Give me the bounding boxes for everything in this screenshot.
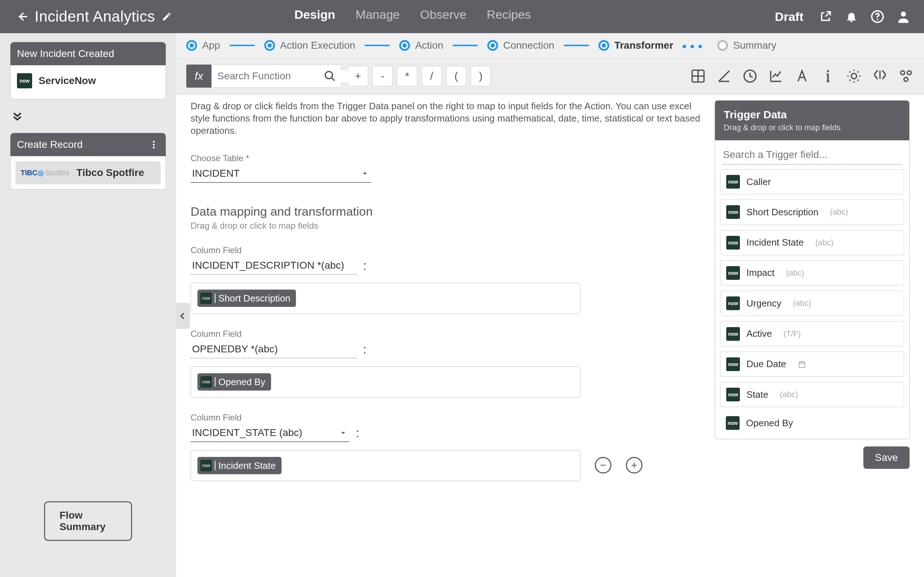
svg-point-9 [827, 70, 829, 72]
action-card[interactable]: Create Record TIBC◎Spotfire Tibco Spotfi… [10, 133, 166, 190]
edit-title-icon[interactable] [162, 11, 172, 22]
fx-chart-icon[interactable] [768, 68, 784, 84]
action-card-title: Create Record [17, 139, 82, 150]
fx-brain-icon[interactable] [872, 68, 888, 84]
op-mult[interactable]: * [397, 66, 417, 86]
trigger-field-list: nowCallernowShort Description(abc)nowInc… [715, 169, 909, 439]
back-arrow-icon[interactable] [15, 9, 30, 24]
help-icon[interactable] [870, 9, 885, 24]
svg-point-5 [153, 147, 155, 148]
svg-rect-14 [799, 362, 805, 367]
top-bar: Incident Analytics Design Manage Observe… [0, 0, 924, 33]
action-app-name: Tibco Spotfire [76, 167, 144, 179]
tab-observe[interactable]: Observe [420, 8, 467, 26]
step-conn-dot[interactable] [487, 40, 498, 51]
choose-table-select[interactable]: INCIDENT [191, 166, 371, 183]
chevron-down-icon [360, 169, 370, 178]
step-app-dot[interactable] [186, 40, 197, 51]
trigger-panel-title: Trigger Data [724, 108, 901, 121]
op-div[interactable]: / [422, 66, 442, 86]
trigger-field-name: Active [746, 328, 772, 339]
trigger-field-type: (abc) [815, 238, 834, 247]
flow-state: Draft [775, 10, 803, 24]
user-avatar-icon[interactable] [896, 9, 911, 24]
operator-buttons: + - * / ( ) [348, 66, 491, 86]
trigger-field-name: Urgency [746, 298, 782, 309]
op-rparen[interactable]: ) [471, 66, 491, 86]
step-action[interactable]: Action [415, 40, 443, 51]
svg-point-2 [901, 11, 906, 16]
mapping-target-0[interactable]: nowShort Description [191, 283, 580, 314]
trigger-field-name: Due Date [746, 358, 786, 370]
servicenow-logo-icon: now [17, 73, 32, 89]
svg-point-12 [908, 71, 911, 75]
add-mapping-button[interactable]: + [626, 457, 643, 474]
save-button[interactable]: Save [863, 446, 909, 469]
fx-text-icon[interactable] [794, 68, 810, 84]
fx-info-icon[interactable] [820, 68, 836, 84]
tibco-logo-icon: TIBC◎Spotfire [21, 168, 70, 177]
column-field-label: Column Field [191, 245, 700, 255]
fx-math-icon[interactable] [690, 68, 706, 84]
mapping-section-title: Data mapping and transformation [191, 205, 700, 219]
fx-gear-icon[interactable] [898, 68, 914, 84]
trigger-field-item[interactable]: nowShort Description(abc) [720, 200, 904, 225]
trigger-field-item[interactable]: nowCaller [720, 169, 904, 194]
fx-icon: fx [186, 64, 212, 88]
step-exec[interactable]: Action Execution [280, 40, 355, 51]
trigger-field-item[interactable]: nowOpened By [720, 412, 904, 434]
trigger-field-name: Opened By [746, 417, 793, 429]
fx-idea-icon[interactable] [846, 68, 862, 84]
op-minus[interactable]: - [373, 66, 393, 86]
servicenow-logo-icon: now [726, 205, 740, 219]
column-field-select-0[interactable]: INCIDENT_DESCRIPTION *(abc) [191, 258, 357, 275]
mapping-target-1[interactable]: nowOpened By [191, 366, 580, 397]
mapped-chip-0[interactable]: nowShort Description [197, 290, 296, 307]
step-app[interactable]: App [202, 40, 220, 51]
trigger-field-item[interactable]: nowState(abc) [720, 382, 904, 407]
trigger-field-type: (abc) [786, 268, 804, 278]
trigger-field-item[interactable]: nowUrgency(abc) [720, 291, 904, 316]
mapped-chip-2[interactable]: nowIncident State [197, 457, 281, 474]
action-app-row[interactable]: TIBC◎Spotfire Tibco Spotfire [16, 161, 161, 184]
fx-angle-icon[interactable] [716, 68, 732, 84]
tab-recipes[interactable]: Recipes [486, 8, 531, 26]
function-search[interactable] [212, 64, 341, 88]
tab-design[interactable]: Design [294, 8, 335, 26]
search-icon[interactable] [324, 70, 336, 82]
step-conn[interactable]: Connection [503, 40, 554, 51]
tab-manage[interactable]: Manage [355, 8, 400, 26]
fx-clock-icon[interactable] [742, 68, 758, 84]
step-summary-dot[interactable] [717, 40, 728, 51]
trigger-field-item[interactable]: nowActive(T/F) [720, 321, 904, 346]
svg-point-3 [153, 141, 155, 142]
left-panel: New Incident Created now ServiceNow Crea… [0, 33, 176, 577]
step-summary[interactable]: Summary [733, 40, 776, 51]
remove-mapping-button[interactable]: − [595, 457, 611, 474]
open-external-icon[interactable] [818, 9, 833, 24]
trigger-field-name: State [746, 389, 769, 400]
servicenow-logo-icon: now [726, 297, 740, 310]
step-trans[interactable]: Transformer [614, 40, 673, 51]
trigger-field-type: (abc) [793, 298, 811, 308]
column-field-select-2[interactable]: INCIDENT_STATE (abc) [191, 425, 349, 442]
svg-point-1 [877, 19, 878, 20]
action-card-more-icon[interactable] [149, 139, 159, 150]
trigger-field-item[interactable]: nowImpact(abc) [720, 260, 904, 285]
servicenow-logo-icon: now [726, 388, 740, 401]
trigger-field-item[interactable]: nowDue Date [720, 351, 904, 377]
flow-summary-button[interactable]: Flow Summary [44, 501, 132, 541]
op-lparen[interactable]: ( [446, 66, 466, 86]
column-field-select-1[interactable]: OPENEDBY *(abc) [191, 341, 357, 358]
trigger-panel-sub: Drag & drop or click to map fields [724, 123, 901, 132]
mapping-target-2[interactable]: nowIncident State [191, 450, 580, 481]
step-action-dot[interactable] [399, 40, 410, 51]
step-exec-dot[interactable] [264, 40, 275, 51]
step-trans-dot[interactable] [598, 40, 609, 51]
trigger-field-item[interactable]: nowIncident State(abc) [720, 230, 904, 255]
content-panel: App Action Execution Action Connection T… [176, 33, 924, 577]
mapped-chip-1[interactable]: nowOpened By [197, 373, 271, 390]
trigger-card[interactable]: New Incident Created now ServiceNow [10, 42, 166, 100]
bell-icon[interactable] [844, 9, 859, 24]
trigger-search-input[interactable] [722, 147, 902, 165]
